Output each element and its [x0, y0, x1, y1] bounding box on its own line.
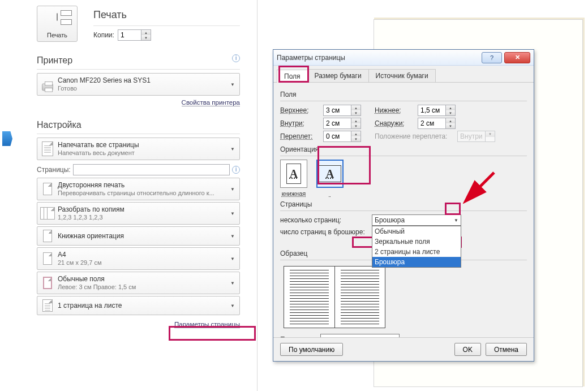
- printer-icon: [49, 11, 66, 24]
- ok-button[interactable]: OK: [454, 343, 481, 356]
- cancel-button[interactable]: Отмена: [486, 343, 527, 356]
- duplex-label: Двусторонняя печать: [58, 181, 228, 189]
- chevron-down-icon: ▼: [228, 256, 237, 261]
- multi-pages-value: Брошюра: [375, 216, 405, 224]
- print-backstage-pane: Печать Печать Копии: ▲ ▼ i Принтер: [14, 0, 257, 391]
- dialog-footer: По умолчанию OK Отмена: [273, 337, 534, 361]
- print-button[interactable]: Печать: [37, 6, 78, 42]
- dialog-titlebar[interactable]: Параметры страницы ? ✕: [273, 50, 534, 66]
- printer-properties-link[interactable]: Свойства принтера: [182, 99, 240, 106]
- gutter-label: Переплет:: [280, 132, 320, 140]
- chevron-down-icon: ▼: [228, 281, 237, 286]
- pages-input[interactable]: [73, 164, 230, 175]
- print-range-label: Напечатать все страницы: [58, 141, 228, 149]
- margins-label: Обычные поля: [58, 275, 228, 283]
- paper-icon: [40, 251, 55, 267]
- outside-margin-label: Снаружи:: [375, 119, 414, 127]
- settings-heading: Настройка: [37, 120, 240, 130]
- pages-label: Страницы:: [37, 166, 71, 174]
- default-button[interactable]: По умолчанию: [280, 343, 343, 356]
- collate-label: Разобрать по копиям: [58, 205, 228, 213]
- collate-desc: 1,2,3 1,2,3 1,2,3: [58, 213, 228, 221]
- bottom-margin-stepper[interactable]: ▲▼: [418, 105, 456, 116]
- orientation-landscape[interactable]: A: [316, 160, 344, 197]
- gutter-stepper[interactable]: ▲▼: [323, 131, 361, 142]
- bottom-margin-label: Нижнее:: [375, 106, 414, 114]
- sheet-icon: [40, 298, 55, 313]
- multi-opt-normal[interactable]: Обычный: [372, 226, 461, 237]
- print-range-desc: Напечатать весь документ: [58, 149, 228, 157]
- top-margin-label: Верхнее:: [280, 106, 320, 114]
- multi-pages-dropdown[interactable]: Брошюра▼ Обычный Зеркальные поля 2 стран…: [372, 214, 461, 226]
- printer-info-icon[interactable]: i: [232, 54, 240, 62]
- print-heading: Печать: [93, 9, 240, 21]
- chevron-down-icon: ▼: [228, 187, 237, 192]
- tab-fields[interactable]: Поля: [277, 70, 308, 83]
- orientation-select[interactable]: Книжная ориентация ▼: [37, 226, 240, 246]
- printer-select[interactable]: Canon MF220 Series на SYS1 Готово ▼: [37, 73, 240, 96]
- pages-info-icon[interactable]: i: [232, 166, 240, 174]
- duplex-icon: [40, 181, 55, 197]
- print-button-label: Печать: [47, 32, 67, 38]
- orientation-portrait-label: книжная: [282, 190, 306, 197]
- chevron-down-icon: ▼: [228, 147, 237, 152]
- margins-preview: [284, 266, 385, 328]
- chevron-down-icon: ▼: [228, 82, 237, 87]
- page-setup-dialog: Параметры страницы ? ✕ Поля Размер бумаг…: [273, 49, 534, 362]
- dialog-title: Параметры страницы: [277, 54, 479, 62]
- pages-icon: [40, 141, 55, 157]
- help-button[interactable]: ?: [482, 52, 502, 63]
- group-pages: Страницы: [280, 200, 527, 208]
- multi-opt-mirror[interactable]: Зеркальные поля: [372, 237, 461, 247]
- margins-desc: Левое: 3 см Правое: 1,5 см: [58, 283, 228, 291]
- printer-heading: Принтер: [37, 55, 240, 66]
- top-margin-stepper[interactable]: ▲▼: [323, 105, 361, 116]
- paper-size-select[interactable]: A4 21 см x 29,7 см ▼: [37, 247, 240, 270]
- group-margins: Поля: [280, 91, 527, 98]
- printer-name: Canon MF220 Series на SYS1: [58, 76, 228, 84]
- duplex-select[interactable]: Двусторонняя печать Переворачивать стран…: [37, 178, 240, 200]
- copies-down[interactable]: ▼: [141, 35, 151, 40]
- chevron-down-icon: ▼: [454, 218, 458, 223]
- chevron-down-icon: ▼: [228, 303, 237, 308]
- paper-desc: 21 см x 29,7 см: [58, 259, 228, 267]
- collate-select[interactable]: Разобрать по копиям 1,2,3 1,2,3 1,2,3 ▼: [37, 202, 240, 225]
- tab-paper-source[interactable]: Источник бумаги: [368, 69, 436, 82]
- pages-per-sheet-select[interactable]: 1 страница на листе ▼: [37, 296, 240, 315]
- paper-label: A4: [58, 251, 228, 259]
- chevron-down-icon: ▼: [228, 234, 237, 239]
- pages-per-sheet-label: 1 страница на листе: [58, 298, 228, 313]
- margins-select[interactable]: Обычные поля Левое: 3 см Правое: 1,5 см …: [37, 272, 240, 294]
- gutter-pos-label: Положение переплета:: [375, 132, 454, 140]
- orientation-portrait[interactable]: A книжная: [280, 160, 307, 197]
- copies-label: Копии:: [93, 31, 114, 39]
- copies-stepper[interactable]: ▲ ▼: [118, 29, 151, 41]
- multi-pages-label: несколько страниц:: [280, 216, 368, 224]
- booklet-pages-label: число страниц в брошюре:: [280, 228, 368, 236]
- printer-status-icon: [40, 76, 55, 92]
- inside-margin-stepper[interactable]: ▲▼: [323, 118, 361, 129]
- duplex-desc: Переворачивать страницы относительно дли…: [58, 189, 228, 197]
- orientation-icon: [40, 228, 55, 244]
- copies-input[interactable]: [118, 30, 141, 40]
- collate-icon: [40, 205, 55, 221]
- backstage-bookmark: [2, 131, 12, 146]
- multi-pages-options: Обычный Зеркальные поля 2 страницы на ли…: [372, 226, 461, 268]
- inside-margin-label: Внутри:: [280, 119, 320, 127]
- gutter-pos-select: ▼: [457, 131, 495, 142]
- multi-opt-two-per[interactable]: 2 страницы на листе: [372, 247, 461, 257]
- multi-opt-booklet[interactable]: Брошюра: [372, 257, 461, 267]
- group-orientation: Ориентация: [280, 145, 527, 153]
- tab-paper-size[interactable]: Размер бумаги: [307, 69, 369, 82]
- outside-margin-stepper[interactable]: ▲▼: [418, 118, 456, 129]
- copies-up[interactable]: ▲: [141, 30, 151, 35]
- print-range-select[interactable]: Напечатать все страницы Напечатать весь …: [37, 138, 240, 160]
- page-setup-link[interactable]: Параметры страницы: [174, 321, 240, 328]
- printer-status: Готово: [58, 84, 228, 92]
- chevron-down-icon: ▼: [228, 211, 237, 216]
- dialog-tabs: Поля Размер бумаги Источник бумаги: [273, 66, 534, 83]
- orientation-label: Книжная ориентация: [58, 229, 228, 243]
- close-button[interactable]: ✕: [504, 52, 530, 63]
- margins-icon: [40, 275, 55, 291]
